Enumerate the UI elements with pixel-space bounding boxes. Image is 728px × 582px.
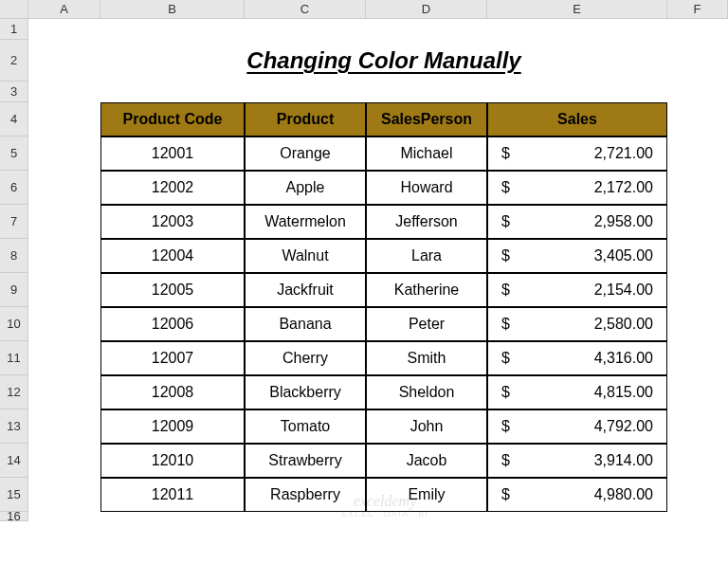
cell-product-code[interactable]: 12004 <box>100 239 245 273</box>
cell-product-code[interactable]: 12010 <box>100 444 245 478</box>
cell[interactable] <box>28 307 100 341</box>
col-header-c[interactable]: C <box>245 0 366 19</box>
cell[interactable] <box>28 40 100 82</box>
cell[interactable] <box>245 82 366 102</box>
cell[interactable] <box>667 375 728 409</box>
row-header-14[interactable]: 14 <box>0 444 28 478</box>
cell[interactable] <box>667 19 728 40</box>
col-header-b[interactable]: B <box>100 0 245 19</box>
cell-product[interactable]: Orange <box>245 136 366 171</box>
cell[interactable] <box>245 19 366 40</box>
cell[interactable] <box>100 19 245 40</box>
col-header-f[interactable]: F <box>667 0 728 19</box>
cell[interactable] <box>28 239 100 273</box>
cell-product-code[interactable]: 12009 <box>100 409 245 444</box>
cell-product[interactable]: Walnut <box>245 239 366 273</box>
row-header-13[interactable]: 13 <box>0 409 28 444</box>
cell-salesperson[interactable]: Katherine <box>366 273 487 307</box>
row-header-11[interactable]: 11 <box>0 341 28 375</box>
cell-product-code[interactable]: 12005 <box>100 273 245 307</box>
cell[interactable] <box>28 19 100 40</box>
cell[interactable] <box>28 478 100 512</box>
cell[interactable] <box>366 19 487 40</box>
cell[interactable] <box>667 478 728 512</box>
cell[interactable] <box>28 375 100 409</box>
header-product[interactable]: Product <box>245 102 366 136</box>
cell[interactable] <box>487 82 667 102</box>
cell-salesperson[interactable]: Lara <box>366 239 487 273</box>
cell[interactable] <box>667 171 728 205</box>
cell-sales[interactable]: $2,721.00 <box>487 136 667 171</box>
cell[interactable] <box>366 82 487 102</box>
row-header-9[interactable]: 9 <box>0 273 28 307</box>
row-header-4[interactable]: 4 <box>0 102 28 136</box>
cell[interactable] <box>28 273 100 307</box>
cell-sales[interactable]: $3,914.00 <box>487 444 667 478</box>
header-product-code[interactable]: Product Code <box>100 102 245 136</box>
cell-salesperson[interactable]: Emily <box>366 478 487 512</box>
cell-product[interactable]: Jackfruit <box>245 273 366 307</box>
cell-salesperson[interactable]: Smith <box>366 341 487 375</box>
cell-product-code[interactable]: 12002 <box>100 171 245 205</box>
header-salesperson[interactable]: SalesPerson <box>366 102 487 136</box>
cell-product[interactable]: Blackberry <box>245 375 366 409</box>
cell-salesperson[interactable]: Sheldon <box>366 375 487 409</box>
cell-sales[interactable]: $4,316.00 <box>487 341 667 375</box>
cell[interactable] <box>487 19 667 40</box>
row-header-2[interactable]: 2 <box>0 40 28 82</box>
cell[interactable] <box>28 171 100 205</box>
cell-product-code[interactable]: 12001 <box>100 136 245 171</box>
title-cell[interactable]: Changing Color Manually <box>100 40 667 82</box>
row-header-1[interactable]: 1 <box>0 19 28 40</box>
row-header-8[interactable]: 8 <box>0 239 28 273</box>
cell-product[interactable]: Raspberry <box>245 478 366 512</box>
header-sales[interactable]: Sales <box>487 102 667 136</box>
cell-sales[interactable]: $3,405.00 <box>487 239 667 273</box>
cell-sales[interactable]: $2,958.00 <box>487 205 667 239</box>
col-header-a[interactable]: A <box>28 0 100 19</box>
cell-sales[interactable]: $4,815.00 <box>487 375 667 409</box>
cell-salesperson[interactable]: Peter <box>366 307 487 341</box>
cell-product[interactable]: Tomato <box>245 409 366 444</box>
row-header-12[interactable]: 12 <box>0 375 28 409</box>
cell[interactable] <box>667 273 728 307</box>
cell-sales[interactable]: $2,580.00 <box>487 307 667 341</box>
cell-product-code[interactable]: 12008 <box>100 375 245 409</box>
cell-salesperson[interactable]: John <box>366 409 487 444</box>
cell[interactable] <box>100 82 245 102</box>
cell[interactable] <box>667 82 728 102</box>
cell-salesperson[interactable]: Howard <box>366 171 487 205</box>
cell[interactable] <box>28 102 100 136</box>
select-all-corner[interactable] <box>0 0 28 19</box>
row-header-5[interactable]: 5 <box>0 136 28 171</box>
cell-product-code[interactable]: 12007 <box>100 341 245 375</box>
cell-salesperson[interactable]: Michael <box>366 136 487 171</box>
row-header-16[interactable]: 16 <box>0 512 28 521</box>
cell[interactable] <box>667 239 728 273</box>
cell[interactable] <box>667 409 728 444</box>
row-header-7[interactable]: 7 <box>0 205 28 239</box>
cell-product[interactable]: Cherry <box>245 341 366 375</box>
col-header-d[interactable]: D <box>366 0 487 19</box>
cell[interactable] <box>28 409 100 444</box>
cell[interactable] <box>667 102 728 136</box>
cell[interactable] <box>667 444 728 478</box>
cell[interactable] <box>667 341 728 375</box>
cell[interactable] <box>667 307 728 341</box>
cell-salesperson[interactable]: Jefferson <box>366 205 487 239</box>
row-header-6[interactable]: 6 <box>0 171 28 205</box>
cell-product[interactable]: Banana <box>245 307 366 341</box>
cell-sales[interactable]: $4,792.00 <box>487 409 667 444</box>
cell-product[interactable]: Strawberry <box>245 444 366 478</box>
cell-sales[interactable]: $2,154.00 <box>487 273 667 307</box>
cell-sales[interactable]: $4,980.00 <box>487 478 667 512</box>
row-header-3[interactable]: 3 <box>0 82 28 102</box>
cell[interactable] <box>28 205 100 239</box>
row-header-15[interactable]: 15 <box>0 478 28 512</box>
cell-product-code[interactable]: 12006 <box>100 307 245 341</box>
cell-sales[interactable]: $2,172.00 <box>487 171 667 205</box>
cell-product-code[interactable]: 12003 <box>100 205 245 239</box>
cell[interactable] <box>28 444 100 478</box>
cell-salesperson[interactable]: Jacob <box>366 444 487 478</box>
cell[interactable] <box>667 205 728 239</box>
